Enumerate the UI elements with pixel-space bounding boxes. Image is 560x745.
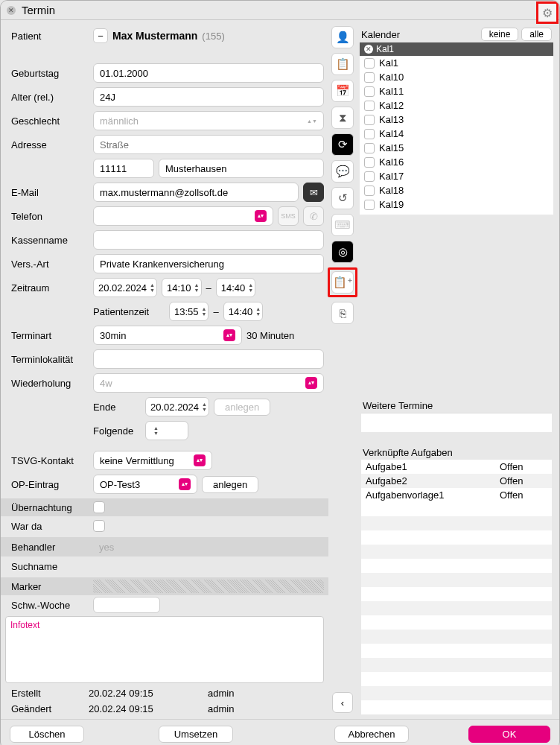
chat-icon[interactable]: 💬 [331, 160, 354, 183]
zeitraum-t1[interactable]: 14:10▲▼ [162, 278, 201, 297]
remove-patient-button[interactable]: − [93, 28, 108, 43]
delete-button[interactable]: Löschen [10, 726, 84, 743]
folgende-input[interactable]: ▲▼ [145, 421, 188, 440]
calendar-item[interactable]: Kal18 [360, 183, 553, 197]
age-label: Alter (rel.) [11, 92, 89, 103]
calendar-all-button[interactable]: alle [521, 28, 552, 41]
cancel-button[interactable]: Abbrechen [334, 726, 409, 743]
zeitraum-date[interactable]: 20.02.2024▲▼ [93, 278, 157, 297]
phone-select[interactable]: ▴▾ [93, 206, 273, 226]
calendar-checkbox[interactable] [364, 101, 375, 111]
erstellt-label: Erstellt [11, 688, 89, 699]
task-row[interactable]: Aufgabenvorlage1Offen [361, 488, 552, 502]
patient-name[interactable]: Max Mustermann [112, 30, 197, 42]
sms-icon[interactable]: SMS [278, 206, 299, 226]
task-name: Aufgabenvorlage1 [366, 489, 500, 501]
calendar-title: Kalender [361, 29, 478, 40]
behandler-label: Behandler [11, 542, 89, 553]
age-input[interactable] [93, 87, 324, 107]
gender-select[interactable]: männlich ▲▼ [93, 111, 324, 130]
clipboard-add-icon[interactable]: 📋⁺ [331, 271, 354, 294]
clock-person-icon[interactable]: ⧗ [331, 107, 354, 129]
op-anlegen-button[interactable]: anlegen [202, 476, 258, 493]
calendar-item[interactable]: Kal15 [360, 141, 553, 155]
city-input[interactable] [159, 159, 324, 178]
calendar-item[interactable]: Kal19 [360, 197, 553, 212]
patzeit-t2[interactable]: 14:40▲▼ [223, 302, 263, 321]
wdh-anlegen-button[interactable]: anlegen [214, 399, 270, 416]
uebernachtung-checkbox[interactable] [93, 501, 105, 513]
zeitraum-t2[interactable]: 14:40▲▼ [216, 278, 255, 297]
tsvg-select[interactable]: keine Vermittlung ▴▾ [93, 451, 212, 470]
calendar-none-button[interactable]: keine [481, 28, 519, 41]
calendar-checkbox[interactable] [364, 115, 375, 125]
ok-button[interactable]: OK [468, 726, 550, 743]
target-icon[interactable]: ◎ [331, 241, 354, 263]
zip-input[interactable] [93, 159, 154, 178]
behandler-input[interactable] [93, 539, 324, 554]
wdh-label: Wiederholung [11, 378, 89, 389]
versart-input[interactable] [93, 254, 324, 273]
infotext-area[interactable]: Infotext [5, 616, 324, 683]
back-button[interactable]: ‹ [332, 692, 353, 713]
task-row-empty [361, 615, 552, 630]
remove-cal-icon[interactable]: ✕ [364, 45, 373, 54]
task-row-empty [361, 672, 552, 686]
calendar-checkbox[interactable] [364, 86, 375, 97]
task-row-empty [361, 587, 552, 601]
email-input[interactable] [93, 183, 299, 202]
warda-checkbox[interactable] [93, 520, 105, 532]
task-row[interactable]: Aufgabe1Offen [361, 460, 552, 474]
calendar-checkbox[interactable] [364, 143, 375, 153]
calendar-item[interactable]: Kal1 [360, 56, 553, 70]
cashbox-icon[interactable]: ⌨ [331, 214, 354, 236]
task-row-empty [361, 630, 552, 644]
patzeit-t1[interactable]: 13:55▲▼ [169, 302, 209, 321]
calendar-item[interactable]: Kal17 [360, 169, 553, 183]
calendar-checkbox[interactable] [364, 171, 375, 182]
versart-label: Vers.-Art [11, 259, 89, 270]
terminart-label: Terminart [11, 330, 89, 341]
task-row-empty [361, 658, 552, 672]
settings-gear-highlighted[interactable]: ⚙ [536, 1, 559, 24]
geaendert-ts: 20.02.24 09:15 [89, 703, 208, 714]
calendar-icon[interactable]: 📅 [331, 80, 354, 102]
marker-area[interactable] [93, 580, 324, 593]
birthday-input[interactable] [93, 63, 324, 83]
street-input[interactable] [93, 135, 324, 154]
person-icon[interactable]: 👤 [331, 26, 354, 48]
calendar-checkbox[interactable] [364, 200, 375, 210]
calendar-item[interactable]: Kal10 [360, 70, 553, 84]
calendar-checkbox[interactable] [364, 186, 375, 196]
calendar-item[interactable]: Kal16 [360, 155, 553, 169]
lokal-input[interactable] [93, 349, 324, 369]
calendar-item[interactable]: Kal13 [360, 112, 553, 127]
wdh-select[interactable]: 4w ▴▾ [93, 373, 324, 393]
exit-icon[interactable]: ⎘ [331, 302, 354, 324]
call-icon[interactable]: ✆ [303, 206, 324, 226]
mail-icon[interactable]: ✉ [303, 183, 324, 202]
history-icon[interactable]: ↺ [331, 187, 354, 209]
calendar-item[interactable]: Kal14 [360, 127, 553, 141]
move-button[interactable]: Umsetzen [159, 726, 233, 743]
refresh-icon[interactable]: ⟳ [331, 133, 354, 156]
task-row-empty [361, 545, 552, 559]
calendar-checkbox[interactable] [364, 72, 375, 83]
op-select[interactable]: OP-Test3 ▴▾ [93, 475, 197, 494]
schwwoche-input[interactable] [93, 597, 160, 613]
calendar-checkbox[interactable] [364, 157, 375, 168]
task-row[interactable]: Aufgabe2Offen [361, 474, 552, 488]
terminart-select[interactable]: 30min ▴▾ [93, 326, 242, 345]
chevron-updown-icon: ▴▾ [194, 454, 206, 466]
calendar-selected-item[interactable]: ✕ Kal1 [360, 42, 553, 56]
calendar-item[interactable]: Kal11 [360, 84, 553, 98]
calendar-checkbox[interactable] [364, 129, 375, 139]
ende-date[interactable]: 20.02.2024▲▼ [145, 397, 209, 416]
calendar-checkbox[interactable] [364, 58, 375, 69]
calendar-item[interactable]: Kal12 [360, 98, 553, 112]
geaendert-user: admin [208, 703, 234, 714]
kasse-input[interactable] [93, 230, 324, 250]
close-window-icon[interactable]: ✕ [7, 6, 16, 15]
clipboard-icon[interactable]: 📋 [331, 53, 354, 75]
task-row-empty [361, 644, 552, 658]
